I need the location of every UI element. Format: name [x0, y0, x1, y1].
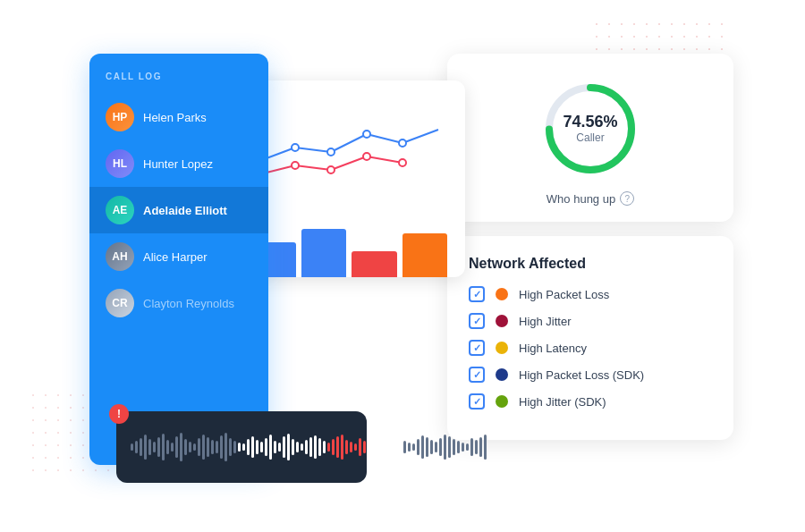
network-title: Network Affected [469, 256, 712, 272]
network-checkbox[interactable]: ✓ [469, 340, 485, 356]
check-icon: ✓ [473, 369, 481, 381]
wave-bar [381, 443, 384, 452]
wave-bar [131, 443, 133, 451]
info-icon[interactable]: ? [620, 191, 634, 206]
wave-bar [448, 436, 451, 458]
svg-point-1 [292, 144, 299, 151]
wave-bar [247, 439, 250, 455]
wave-bar [265, 438, 267, 456]
network-item: ✓ High Packet Loss [469, 286, 712, 302]
svg-point-6 [292, 162, 299, 169]
color-dot [496, 368, 508, 381]
color-dot [496, 395, 508, 408]
waveform [131, 425, 487, 469]
wave-bar [421, 435, 424, 459]
wave-bar [484, 435, 487, 460]
wave-bar [408, 443, 411, 452]
wave-bar [260, 442, 263, 452]
call-log-item[interactable]: HP Helen Parks [89, 94, 268, 140]
network-item: ✓ High Jitter [469, 313, 712, 329]
wave-bar [453, 439, 455, 455]
gauge-container: 74.56% Caller [537, 75, 644, 182]
wave-bar [341, 435, 343, 460]
wave-bar [278, 443, 281, 452]
gauge-label: Caller [563, 131, 617, 144]
call-log-item[interactable]: CR Clayton Reynolds [89, 280, 268, 326]
svg-point-3 [363, 131, 370, 138]
svg-point-7 [327, 166, 335, 173]
network-checkbox[interactable]: ✓ [469, 313, 485, 329]
wave-bar [377, 439, 379, 455]
wave-bar [327, 443, 330, 452]
wave-bar [479, 437, 482, 457]
wave-bar [193, 443, 196, 451]
network-item: ✓ High Latency [469, 340, 712, 356]
bar-chart: TWTF [250, 220, 447, 277]
wave-bar [251, 436, 254, 458]
wave-bar [287, 434, 290, 460]
wave-bar [466, 443, 469, 451]
gauge-text: 74.56% Caller [563, 114, 617, 144]
network-checkbox[interactable]: ✓ [469, 286, 485, 302]
network-checkbox[interactable]: ✓ [469, 367, 485, 383]
svg-point-2 [327, 148, 335, 156]
wave-bar [144, 435, 147, 460]
wave-bar [216, 441, 218, 453]
wave-bar [350, 442, 352, 452]
wave-bar [184, 439, 187, 455]
wave-bar [283, 436, 285, 458]
call-log-title: CALL LOG [89, 72, 268, 94]
call-log-item[interactable]: HL Hunter Lopez [89, 140, 268, 187]
wave-bar [332, 439, 335, 455]
wave-bar [189, 442, 191, 452]
wave-bar [457, 441, 460, 453]
wave-bar [292, 439, 294, 455]
network-item: ✓ High Packet Loss (SDK) [469, 367, 712, 383]
call-log-name: Alice Harper [143, 250, 208, 264]
wave-bar [229, 438, 232, 456]
wave-bar [359, 438, 361, 456]
call-log-name: Helen Parks [143, 111, 207, 124]
call-log-name: Hunter Lopez [143, 157, 213, 171]
svg-point-4 [399, 139, 406, 147]
wave-bar [135, 441, 138, 453]
wave-bar [309, 437, 312, 457]
wave-bar [140, 438, 142, 456]
error-badge: ! [109, 404, 129, 424]
wave-bar [323, 441, 326, 453]
chart-bar [301, 229, 347, 277]
wave-bar [412, 443, 415, 451]
call-log-item[interactable]: AH Alice Harper [89, 233, 268, 280]
check-icon: ✓ [473, 342, 481, 354]
call-log-card: CALL LOG HP Helen Parks HL Hunter Lopez … [89, 54, 268, 465]
wave-bar [345, 440, 348, 454]
network-checkbox[interactable]: ✓ [469, 393, 485, 410]
wave-bar [148, 439, 151, 455]
wave-bar [470, 438, 473, 456]
wave-bar [162, 434, 165, 460]
call-log-item[interactable]: AE Adelaide Elliott [89, 187, 268, 233]
wave-bar [225, 433, 227, 461]
wave-bar [301, 443, 303, 451]
wave-bar [390, 436, 393, 458]
color-dot [496, 315, 508, 327]
wave-bar [394, 435, 397, 460]
wave-bar [157, 437, 160, 457]
wave-bar [417, 439, 419, 455]
chart-bar [352, 251, 397, 277]
wave-bar [166, 440, 169, 454]
wave-bar [256, 440, 258, 454]
svg-point-8 [363, 153, 370, 160]
avatar: HP [106, 103, 134, 131]
network-card: Network Affected ✓ High Packet Loss ✓ Hi… [447, 236, 733, 440]
avatar: AH [106, 242, 134, 271]
wave-bar [180, 433, 182, 461]
wave-bar [368, 437, 370, 457]
wave-bar [399, 438, 402, 456]
avatar: AE [106, 196, 134, 224]
network-item: ✓ High Jitter (SDK) [469, 393, 712, 410]
wave-bar [314, 435, 317, 459]
network-label: High Packet Loss (SDK) [519, 368, 644, 382]
check-icon: ✓ [473, 316, 481, 327]
right-panel: 74.56% Caller Who hung up ? Network Affe… [447, 54, 733, 465]
